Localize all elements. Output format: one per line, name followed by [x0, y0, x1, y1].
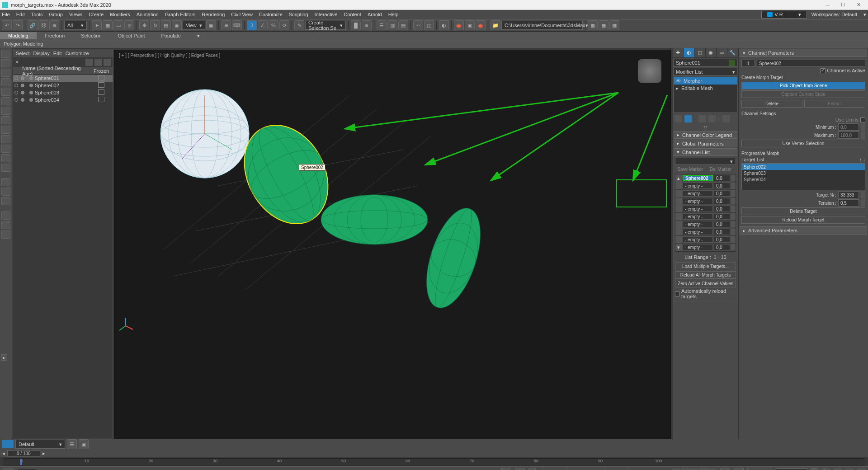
channel-params-head[interactable]: ▾Channel Parameters	[740, 49, 867, 57]
channel-10[interactable]: - empty -	[683, 244, 713, 250]
menu-file[interactable]: File	[2, 12, 10, 17]
use-limits-checkbox[interactable]: Use Limits	[741, 117, 865, 122]
nav-max-icon[interactable]: ▣	[857, 469, 865, 470]
target-list[interactable]: Sphere002 Sphere003 Sphere004	[741, 163, 865, 190]
expand-trackbar-icon[interactable]: ▸	[1, 354, 7, 361]
modifier-morpher[interactable]: 👁Morpher	[674, 77, 737, 85]
project-path[interactable]: C:\Users\virinne\Documents\3dsMax▾	[501, 21, 583, 30]
close-button[interactable]: ✕	[851, 0, 866, 9]
pivot-button[interactable]: ▣	[206, 20, 216, 30]
cmd-display-tab[interactable]: ▭	[717, 48, 727, 57]
kbd-shortcut-button[interactable]: ⌨	[232, 20, 242, 30]
menu-animation[interactable]: Animation	[137, 12, 159, 17]
configure-sets-icon[interactable]	[722, 115, 730, 122]
pick-object-button[interactable]: Pick Object from Scene	[741, 82, 865, 89]
none-icon[interactable]	[1, 188, 10, 196]
auto-reload-checkbox[interactable]: Automatically reload targets	[675, 288, 736, 299]
bone-icon[interactable]	[1, 135, 10, 143]
ribbon-expand[interactable]: ▾	[189, 32, 208, 40]
selection-set-dropdown[interactable]: Create Selection Se▾	[305, 21, 346, 30]
angle-snap-button[interactable]: ∠	[258, 20, 268, 30]
helpers-icon[interactable]	[1, 107, 10, 115]
toggle-explorer-button[interactable]: ▥	[387, 20, 397, 30]
project-button[interactable]: 📁	[491, 20, 500, 30]
layer-dropdown[interactable]: Default▾	[15, 440, 65, 449]
mirror-button[interactable]: ▐▌	[351, 20, 361, 30]
channel-up[interactable]: ▴	[675, 174, 682, 182]
maxscript-icon[interactable]	[3, 468, 14, 470]
filter2-icon[interactable]	[1, 221, 10, 229]
goto-start-icon[interactable]: |◂	[672, 469, 680, 470]
camera-icon[interactable]	[1, 97, 10, 105]
ribbon-tab-selection[interactable]: Selection	[73, 32, 109, 39]
coord-mode-icon[interactable]: ⊕	[528, 468, 536, 470]
rollout-channel-list[interactable]: ▾Channel List	[674, 148, 737, 156]
remove-mod-icon[interactable]	[708, 115, 716, 122]
redo-button[interactable]: ↷	[13, 20, 23, 30]
channel-4[interactable]: - empty -	[683, 198, 713, 204]
outliner-tab-customize[interactable]: Customize	[66, 51, 89, 56]
maximize-button[interactable]: ☐	[835, 0, 851, 9]
crease-icon[interactable]	[1, 69, 10, 77]
menu-scripting[interactable]: Scripting	[289, 12, 308, 17]
nav-orbit-icon[interactable]: ⟳	[845, 469, 854, 470]
menu-content[interactable]: Content	[344, 12, 361, 17]
menu-views[interactable]: Views	[69, 12, 82, 17]
del-marker-button[interactable]: Del Marker	[706, 166, 736, 174]
column-name[interactable]: Name (Sorted Descending Age)	[19, 66, 90, 76]
link-button[interactable]: 🔗	[28, 20, 38, 30]
menu-help[interactable]: Help	[388, 12, 399, 17]
manipulate-button[interactable]: ⊕	[221, 20, 231, 30]
modifier-editable-mesh[interactable]: ▸Editable Mesh	[674, 85, 737, 92]
schematic-button[interactable]: ◫	[424, 20, 434, 30]
keyfilter-dropdown[interactable]: Selected	[776, 468, 807, 470]
outliner-row-sphere003[interactable]: Sphere003	[13, 89, 113, 96]
channel-3[interactable]: - empty -	[683, 190, 713, 197]
target-sphere004[interactable]: Sphere004	[742, 176, 865, 183]
channel-down[interactable]: ▾	[675, 244, 682, 251]
extract-button[interactable]: Extract	[804, 100, 865, 108]
delete-target-button[interactable]: Delete Target	[741, 207, 865, 215]
all-icon[interactable]	[1, 178, 10, 186]
load-multiple-button[interactable]: Load Multiple Targets...	[675, 263, 736, 270]
channel-8[interactable]: - empty -	[683, 229, 713, 235]
spinner-snap-button[interactable]: ⟳	[279, 20, 289, 30]
menu-tools[interactable]: Tools	[31, 12, 43, 17]
script-input[interactable]	[17, 469, 37, 470]
outliner-row-sphere004[interactable]: Sphere004	[13, 96, 113, 103]
curve-editor-button[interactable]: 〰	[413, 20, 423, 30]
cmd-hierarchy-tab[interactable]: ◫	[694, 48, 705, 57]
delete-channel-button[interactable]: Delete	[741, 100, 802, 108]
window-crossing-button[interactable]: ⊡	[124, 20, 134, 30]
ribbon-tab-modeling[interactable]: Modeling	[0, 32, 37, 39]
xref-icon[interactable]	[1, 154, 10, 162]
invert-icon[interactable]	[1, 197, 10, 205]
layer-explorer-icon[interactable]	[1, 59, 10, 67]
object-color-swatch[interactable]	[729, 60, 735, 66]
ref-coord-dropdown[interactable]: View▾	[183, 21, 205, 30]
placement-button[interactable]: ◉	[172, 20, 182, 30]
target-percent-input[interactable]: 33,333	[838, 191, 859, 198]
bind-button[interactable]: ≋	[49, 20, 59, 30]
percent-snap-button[interactable]: %	[269, 20, 278, 30]
filter3-icon[interactable]	[1, 230, 10, 239]
maximum-input[interactable]: 100,0	[838, 132, 859, 139]
pin-stack-icon[interactable]	[675, 115, 682, 122]
prev-frame-icon[interactable]: ◂	[681, 469, 689, 470]
tension-input[interactable]: 0,5	[838, 199, 859, 207]
channel-name-input[interactable]: Sphere002	[757, 60, 865, 67]
outliner-tab-select[interactable]: Select	[16, 51, 30, 56]
marker-dropdown[interactable]: ▾	[675, 158, 736, 165]
selection-lock2-icon[interactable]: 🔒	[515, 468, 525, 470]
ribbon-sub[interactable]: Polygon Modeling	[0, 40, 868, 48]
channel-6[interactable]: - empty -	[683, 213, 713, 220]
target-up-icon[interactable]: ↑	[859, 157, 862, 162]
outliner-tab-edit[interactable]: Edit	[53, 51, 62, 56]
display-icon[interactable]	[1, 78, 10, 86]
menu-edit[interactable]: Edit	[16, 12, 25, 17]
user-account[interactable]: V R▾	[761, 11, 807, 19]
menu-modifiers[interactable]: Modifiers	[110, 12, 130, 17]
light-icon[interactable]	[1, 88, 10, 96]
channel-2[interactable]: - empty -	[683, 183, 713, 189]
channel-9[interactable]: - empty -	[683, 236, 713, 243]
